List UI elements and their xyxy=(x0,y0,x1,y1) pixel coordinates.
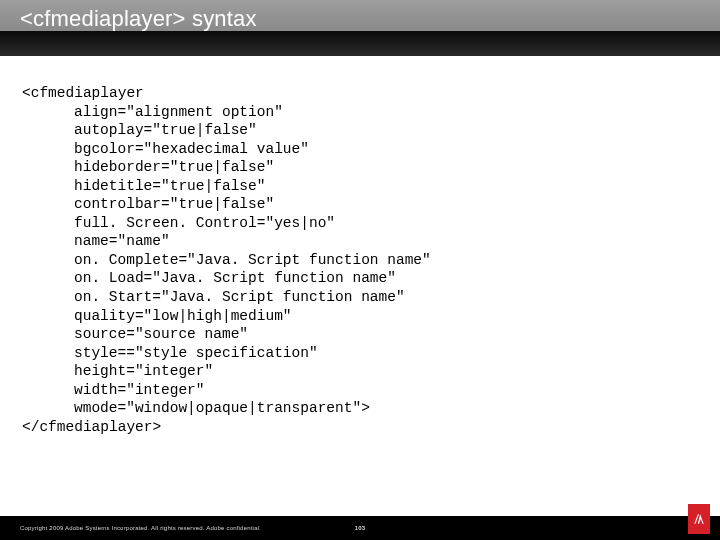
code-attr-line: on. Start="Java. Script function name" xyxy=(22,288,698,307)
code-attr-line: quality="low|high|medium" xyxy=(22,307,698,326)
footer-copyright: Copyright 2009 Adobe Systems Incorporate… xyxy=(20,525,261,531)
code-attr-line: bgcolor="hexadecimal value" xyxy=(22,140,698,159)
code-attr-line: width="integer" xyxy=(22,381,698,400)
code-attr-line: hideborder="true|false" xyxy=(22,158,698,177)
code-attr-line: on. Complete="Java. Script function name… xyxy=(22,251,698,270)
code-attr-line: autoplay="true|false" xyxy=(22,121,698,140)
code-attr-line: wmode="window|opaque|transparent"> xyxy=(22,399,698,418)
code-block: <cfmediaplayer align="alignment option"a… xyxy=(0,56,720,436)
code-attr-line: full. Screen. Control="yes|no" xyxy=(22,214,698,233)
code-attr-line: height="integer" xyxy=(22,362,698,381)
code-attr-line: name="name" xyxy=(22,232,698,251)
page-title: <cfmediaplayer> syntax xyxy=(20,6,257,32)
code-attr-line: style=="style specification" xyxy=(22,344,698,363)
code-open-tag: <cfmediaplayer xyxy=(22,84,698,103)
code-attr-line: hidetitle="true|false" xyxy=(22,177,698,196)
code-close-tag: </cfmediaplayer> xyxy=(22,418,698,437)
title-band: <cfmediaplayer> syntax xyxy=(0,0,720,56)
footer-bar: Copyright 2009 Adobe Systems Incorporate… xyxy=(0,516,720,540)
page-number: 103 xyxy=(355,525,366,531)
adobe-logo-icon xyxy=(688,504,710,534)
code-attr-line: controlbar="true|false" xyxy=(22,195,698,214)
code-attr-line: source="source name" xyxy=(22,325,698,344)
code-attr-line: on. Load="Java. Script function name" xyxy=(22,269,698,288)
code-attr-line: align="alignment option" xyxy=(22,103,698,122)
